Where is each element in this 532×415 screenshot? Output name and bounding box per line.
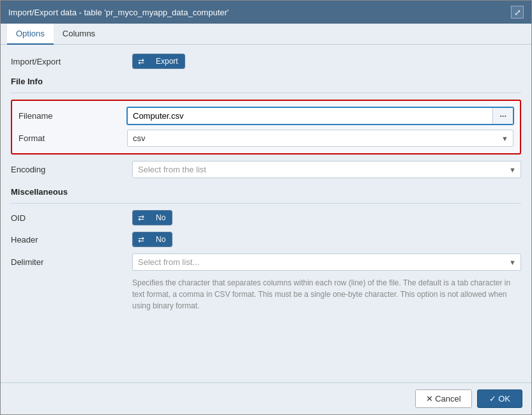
oid-toggle[interactable]: ⇄ No <box>132 210 172 225</box>
dialog-container: Import/Export data - table 'pr_myco_myap… <box>0 0 532 415</box>
header-toggle[interactable]: ⇄ No <box>132 232 172 247</box>
tab-options[interactable]: Options <box>7 24 54 45</box>
oid-row: OID ⇄ No <box>11 210 521 225</box>
format-control: csv binary text ▼ <box>127 130 513 147</box>
header-row: Header ⇄ No <box>11 232 521 247</box>
encoding-select-wrapper: Select from the list ▼ <box>132 161 521 178</box>
header-label: Header <box>11 235 132 245</box>
oid-toggle-icon: ⇄ <box>133 211 149 225</box>
dialog-title: Import/Export data - table 'pr_myco_myap… <box>8 8 229 17</box>
delimiter-row: Delimiter Select from list... ▼ <box>11 253 521 271</box>
filename-browse-button[interactable]: ··· <box>492 108 513 124</box>
file-info-box: Filename ··· Format <box>11 100 521 155</box>
titlebar: Import/Export data - table 'pr_myco_myap… <box>1 1 531 24</box>
dialog-body: Import/Export ⇄ Export File Info Filenam… <box>1 45 531 414</box>
file-info-separator <box>11 93 521 93</box>
misc-heading: Miscellaneous <box>11 187 521 197</box>
filename-wrapper: ··· <box>127 107 513 124</box>
oid-label: OID <box>11 213 132 223</box>
import-export-toggle[interactable]: ⇄ Export <box>132 54 185 69</box>
misc-separator <box>11 203 521 204</box>
oid-toggle-value: No <box>149 211 172 225</box>
delimiter-control: Select from list... ▼ <box>132 253 521 271</box>
filename-control: ··· <box>127 107 513 124</box>
encoding-row: Encoding Select from the list ▼ <box>11 161 521 178</box>
format-select[interactable]: csv binary text <box>127 130 513 147</box>
header-toggle-value: No <box>149 232 172 246</box>
tab-bar: Options Columns <box>1 24 531 45</box>
dialog-footer: ✕ Cancel ✓ OK <box>1 382 531 414</box>
import-export-label: Import/Export <box>11 57 132 66</box>
format-label: Format <box>19 133 127 143</box>
header-toggle-icon: ⇄ <box>133 232 149 246</box>
toggle-icon: ⇄ <box>133 54 149 68</box>
format-select-wrapper: csv binary text ▼ <box>127 130 513 147</box>
tab-columns[interactable]: Columns <box>54 24 104 45</box>
oid-control: ⇄ No <box>132 210 172 225</box>
encoding-label: Encoding <box>11 165 132 174</box>
delimiter-label: Delimiter <box>11 257 132 267</box>
misc-section: OID ⇄ No Header ⇄ No <box>11 210 521 312</box>
encoding-control: Select from the list ▼ <box>132 161 521 178</box>
delimiter-select-wrapper: Select from list... ▼ <box>132 253 521 271</box>
ok-button[interactable]: ✓ OK <box>477 389 522 408</box>
expand-button[interactable]: ⤢ <box>511 6 524 19</box>
expand-icon: ⤢ <box>514 8 521 17</box>
toggle-value: Export <box>149 54 185 68</box>
encoding-select[interactable]: Select from the list <box>132 161 521 178</box>
dialog-scroll-area[interactable]: Import/Export ⇄ Export File Info Filenam… <box>1 45 531 382</box>
delimiter-hint-wrapper: Specifies the character that separates c… <box>132 277 521 312</box>
file-info-heading: File Info <box>11 77 521 86</box>
cancel-button[interactable]: ✕ Cancel <box>415 389 472 408</box>
format-row: Format csv binary text ▼ <box>19 130 513 147</box>
header-control: ⇄ No <box>132 232 172 247</box>
import-export-row: Import/Export ⇄ Export <box>11 54 521 69</box>
filename-label: Filename <box>19 111 127 121</box>
delimiter-select[interactable]: Select from list... <box>132 253 521 271</box>
filename-input[interactable] <box>128 108 492 124</box>
import-export-control: ⇄ Export <box>132 54 521 69</box>
filename-row: Filename ··· <box>19 107 513 124</box>
delimiter-hint: Specifies the character that separates c… <box>132 277 521 312</box>
